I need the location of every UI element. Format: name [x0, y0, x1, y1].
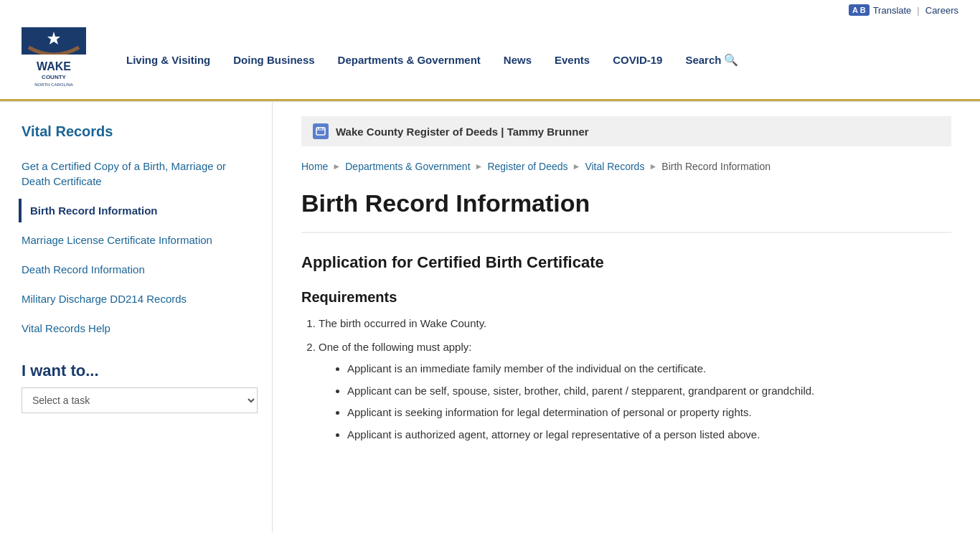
nav-covid[interactable]: COVID-19: [601, 48, 674, 72]
breadcrumb-sep-3: ►: [573, 161, 581, 171]
header: WAKE COUNTY NORTH CAROLINA Living & Visi…: [0, 20, 980, 101]
bullet-item-1: Applicant is an immediate family member …: [347, 361, 951, 377]
section-heading-application: Application for Certified Birth Certific…: [301, 253, 951, 272]
sidebar-link-marriage[interactable]: Marriage License Certificate Information: [22, 228, 258, 252]
i-want-select[interactable]: Select a task: [22, 387, 258, 413]
main-nav: Living & Visiting Doing Business Departm…: [115, 47, 958, 72]
sidebar-link-group-military: Military Discharge DD214 Records: [22, 287, 258, 311]
sidebar-link-vital-help[interactable]: Vital Records Help: [22, 316, 258, 340]
nav-news[interactable]: News: [492, 48, 543, 72]
sidebar-link-death[interactable]: Death Record Information: [22, 258, 258, 281]
i-want-section: I want to... Select a task: [22, 362, 258, 413]
bullet-item-2: Applicant can be self, spouse, sister, b…: [347, 383, 951, 400]
breadcrumb-home[interactable]: Home: [301, 161, 328, 172]
sidebar-link-group-marriage: Marriage License Certificate Information: [22, 228, 258, 252]
breadcrumb-sep-1: ►: [332, 161, 341, 171]
content-area: Wake County Register of Deeds | Tammy Br…: [273, 102, 980, 532]
svg-text:COUNTY: COUNTY: [42, 74, 66, 80]
sidebar-link-birth-record[interactable]: Birth Record Information: [19, 199, 258, 222]
sidebar-link-military[interactable]: Military Discharge DD214 Records: [22, 287, 258, 311]
breadcrumb-sep-4: ►: [649, 161, 657, 171]
dept-banner-text: Wake County Register of Deeds | Tammy Br…: [336, 126, 589, 138]
dept-banner: Wake County Register of Deeds | Tammy Br…: [301, 116, 951, 146]
nav-search-label: Search: [685, 54, 721, 66]
breadcrumb-sep-2: ►: [475, 161, 484, 171]
nav-living-visiting[interactable]: Living & Visiting: [115, 48, 222, 72]
bullet-item-4: Applicant is authorized agent, attorney …: [347, 427, 951, 443]
logo[interactable]: WAKE COUNTY NORTH CAROLINA: [22, 27, 86, 92]
breadcrumb: Home ► Departments & Government ► Regist…: [301, 161, 951, 172]
bullet-item-3: Applicant is seeking information for leg…: [347, 405, 951, 421]
sidebar-link-group-help: Vital Records Help: [22, 316, 258, 340]
i-want-title: I want to...: [22, 362, 258, 380]
sidebar-title: Vital Records: [22, 123, 258, 140]
breadcrumb-current: Birth Record Information: [661, 161, 771, 172]
page-title: Birth Record Information: [301, 189, 951, 233]
search-icon: 🔍: [724, 53, 738, 67]
main-container: Vital Records Get a Certified Copy of a …: [0, 102, 980, 532]
requirement-item-1: The birth occurred in Wake County.: [319, 316, 951, 332]
requirement-item-2: One of the following must apply: Applica…: [319, 339, 951, 443]
bullet-list: Applicant is an immediate family member …: [319, 361, 951, 443]
nav-search[interactable]: Search 🔍: [674, 47, 750, 72]
nav-departments[interactable]: Departments & Government: [326, 48, 492, 72]
breadcrumb-vital-records[interactable]: Vital Records: [585, 161, 644, 172]
svg-rect-7: [316, 128, 325, 135]
sidebar-link-group-certified: Get a Certified Copy of a Birth, Marriag…: [22, 154, 258, 193]
sidebar-link-group-death: Death Record Information: [22, 258, 258, 281]
careers-link[interactable]: Careers: [925, 5, 958, 16]
requirements-list: The birth occurred in Wake County. One o…: [301, 316, 951, 443]
separator: |: [917, 5, 919, 16]
svg-text:WAKE: WAKE: [37, 60, 71, 72]
translate-badge: A B: [849, 4, 870, 16]
sidebar-link-certified-copy[interactable]: Get a Certified Copy of a Birth, Marriag…: [22, 154, 258, 193]
utility-bar: A B Translate | Careers: [0, 0, 980, 20]
sidebar-link-group-birth: Birth Record Information: [22, 199, 258, 222]
breadcrumb-register-of-deeds[interactable]: Register of Deeds: [487, 161, 567, 172]
dept-banner-icon: [313, 123, 329, 139]
translate-link[interactable]: Translate: [873, 5, 912, 16]
logo-area[interactable]: WAKE COUNTY NORTH CAROLINA: [22, 27, 86, 92]
sidebar: Vital Records Get a Certified Copy of a …: [0, 102, 273, 532]
nav-events[interactable]: Events: [543, 48, 601, 72]
sub-heading-requirements: Requirements: [301, 289, 951, 306]
breadcrumb-departments[interactable]: Departments & Government: [345, 161, 470, 172]
nav-doing-business[interactable]: Doing Business: [222, 48, 326, 72]
svg-text:NORTH CAROLINA: NORTH CAROLINA: [34, 83, 73, 87]
